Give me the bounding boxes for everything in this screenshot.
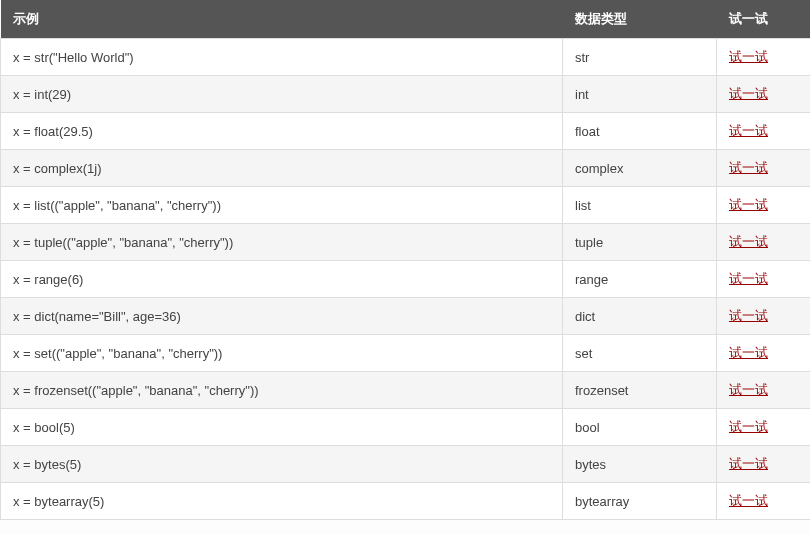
cell-datatype: frozenset <box>563 372 717 409</box>
cell-tryit: 试一试 <box>717 335 811 372</box>
table-row: x = range(6)range试一试 <box>1 261 811 298</box>
table-row: x = frozenset(("apple", "banana", "cherr… <box>1 372 811 409</box>
cell-tryit: 试一试 <box>717 372 811 409</box>
header-tryit: 试一试 <box>717 0 811 39</box>
table-row: x = bytes(5)bytes试一试 <box>1 446 811 483</box>
cell-example: x = bytes(5) <box>1 446 563 483</box>
cell-example: x = bool(5) <box>1 409 563 446</box>
cell-example: x = float(29.5) <box>1 113 563 150</box>
cell-datatype: int <box>563 76 717 113</box>
table-header-row: 示例 数据类型 试一试 <box>1 0 811 39</box>
table-row: x = tuple(("apple", "banana", "cherry"))… <box>1 224 811 261</box>
cell-datatype: complex <box>563 150 717 187</box>
cell-datatype: str <box>563 39 717 76</box>
cell-datatype: set <box>563 335 717 372</box>
datatype-table: 示例 数据类型 试一试 x = str("Hello World")str试一试… <box>0 0 810 520</box>
cell-example: x = int(29) <box>1 76 563 113</box>
cell-example: x = list(("apple", "banana", "cherry")) <box>1 187 563 224</box>
tryit-link[interactable]: 试一试 <box>729 308 768 323</box>
cell-datatype: tuple <box>563 224 717 261</box>
tryit-link[interactable]: 试一试 <box>729 234 768 249</box>
table-row: x = set(("apple", "banana", "cherry"))se… <box>1 335 811 372</box>
tryit-link[interactable]: 试一试 <box>729 197 768 212</box>
cell-datatype: list <box>563 187 717 224</box>
tryit-link[interactable]: 试一试 <box>729 49 768 64</box>
table-row: x = float(29.5)float试一试 <box>1 113 811 150</box>
cell-datatype: dict <box>563 298 717 335</box>
tryit-link[interactable]: 试一试 <box>729 382 768 397</box>
tryit-link[interactable]: 试一试 <box>729 271 768 286</box>
cell-tryit: 试一试 <box>717 409 811 446</box>
cell-example: x = bytearray(5) <box>1 483 563 520</box>
cell-datatype: range <box>563 261 717 298</box>
cell-tryit: 试一试 <box>717 261 811 298</box>
cell-tryit: 试一试 <box>717 76 811 113</box>
cell-example: x = dict(name="Bill", age=36) <box>1 298 563 335</box>
cell-tryit: 试一试 <box>717 224 811 261</box>
tryit-link[interactable]: 试一试 <box>729 123 768 138</box>
header-example: 示例 <box>1 0 563 39</box>
cell-example: x = complex(1j) <box>1 150 563 187</box>
cell-datatype: bytes <box>563 446 717 483</box>
cell-tryit: 试一试 <box>717 39 811 76</box>
cell-example: x = frozenset(("apple", "banana", "cherr… <box>1 372 563 409</box>
tryit-link[interactable]: 试一试 <box>729 456 768 471</box>
cell-tryit: 试一试 <box>717 187 811 224</box>
cell-tryit: 试一试 <box>717 446 811 483</box>
cell-tryit: 试一试 <box>717 113 811 150</box>
cell-tryit: 试一试 <box>717 150 811 187</box>
tryit-link[interactable]: 试一试 <box>729 493 768 508</box>
cell-tryit: 试一试 <box>717 298 811 335</box>
tryit-link[interactable]: 试一试 <box>729 86 768 101</box>
table-row: x = complex(1j)complex试一试 <box>1 150 811 187</box>
table-row: x = bool(5)bool试一试 <box>1 409 811 446</box>
header-datatype: 数据类型 <box>563 0 717 39</box>
table-row: x = int(29)int试一试 <box>1 76 811 113</box>
cell-tryit: 试一试 <box>717 483 811 520</box>
table-row: x = bytearray(5)bytearray试一试 <box>1 483 811 520</box>
tryit-link[interactable]: 试一试 <box>729 345 768 360</box>
table-row: x = list(("apple", "banana", "cherry"))l… <box>1 187 811 224</box>
cell-datatype: bytearray <box>563 483 717 520</box>
table-row: x = str("Hello World")str试一试 <box>1 39 811 76</box>
tryit-link[interactable]: 试一试 <box>729 160 768 175</box>
cell-example: x = tuple(("apple", "banana", "cherry")) <box>1 224 563 261</box>
cell-example: x = str("Hello World") <box>1 39 563 76</box>
cell-example: x = range(6) <box>1 261 563 298</box>
cell-datatype: float <box>563 113 717 150</box>
tryit-link[interactable]: 试一试 <box>729 419 768 434</box>
cell-datatype: bool <box>563 409 717 446</box>
table-row: x = dict(name="Bill", age=36)dict试一试 <box>1 298 811 335</box>
cell-example: x = set(("apple", "banana", "cherry")) <box>1 335 563 372</box>
